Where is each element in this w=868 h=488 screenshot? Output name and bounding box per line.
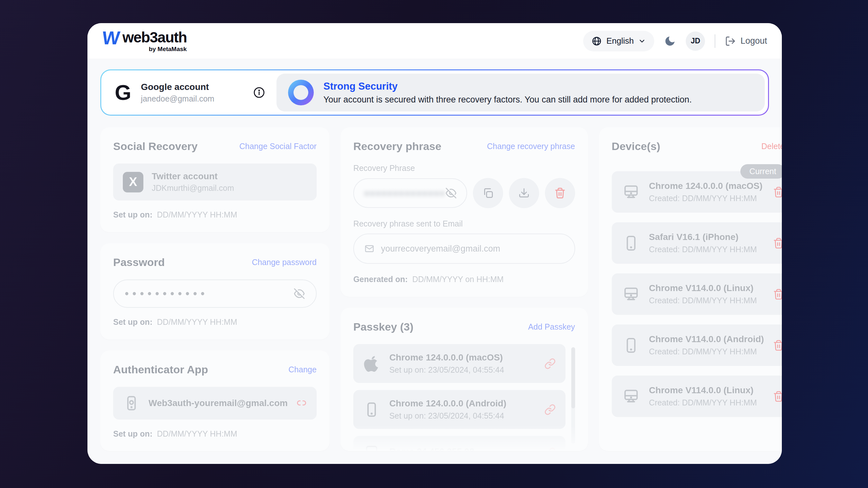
scrollbar-thumb[interactable]: [571, 347, 575, 408]
content-area: G Google account janedoe@gmail.com Stron…: [88, 59, 782, 464]
trash-icon[interactable]: [773, 289, 782, 300]
device-title: Chrome 124.0.0.0 (macOS): [649, 181, 763, 191]
security-ring-icon: [288, 80, 314, 105]
device-item: Chrome V114.0.0 (Linux) Created: DD/MM/Y…: [612, 273, 782, 315]
change-recovery-phrase-link[interactable]: Change recovery phrase: [487, 142, 575, 151]
recovery-phrase-field[interactable]: ●●●●●●●●●●●●●●: [353, 178, 467, 208]
device-item: Current Chrome 124.0.0.0 (macOS) Created…: [612, 171, 782, 213]
change-social-factor-link[interactable]: Change Social Factor: [239, 142, 316, 151]
phone-icon: [622, 336, 640, 354]
setup-value: DD/MM/YYYY HH:MM: [157, 317, 237, 327]
account-email: janedoe@gmail.com: [141, 94, 214, 103]
setup-label: Set up on:: [113, 317, 152, 327]
link-icon[interactable]: [544, 358, 556, 369]
download-phrase-button[interactable]: [509, 178, 539, 208]
delete-phrase-button[interactable]: [545, 178, 575, 208]
x-twitter-icon: X: [123, 172, 144, 192]
device-sub: Created: DD/MM/YYY HH:MM: [649, 398, 757, 408]
avatar[interactable]: JD: [686, 31, 705, 51]
info-icon[interactable]: [253, 86, 266, 99]
main-window: W web3auth by MetaMask English: [88, 23, 782, 464]
authenticator-email: Web3auth-youremail@gmal.com: [149, 398, 288, 408]
change-password-link[interactable]: Change password: [252, 258, 317, 267]
password-card: Password Change password •••••••••••: [100, 243, 330, 339]
recovery-phrase-label: Recovery Phrase: [353, 164, 575, 173]
logout-label: Logout: [740, 36, 767, 46]
eye-off-icon[interactable]: [445, 187, 457, 199]
passkey-item: Chrome 124.0.0.0 (macOS) Set up on: 23/0…: [353, 344, 565, 383]
device-sub: Created: DD/MM/YYY HH:MM: [649, 347, 764, 356]
phone-icon: [363, 401, 380, 418]
setup-label: Set up on:: [113, 210, 152, 220]
passkey-item-sub: Set up on: 23/05/2024, 04:55:44: [389, 365, 504, 375]
trash-icon[interactable]: [773, 391, 782, 402]
authenticator-card: Authenticator App Change Web3auth-yourem…: [100, 351, 330, 451]
logo-wordmark: web3auth: [123, 30, 187, 45]
recovery-phrase-card: Recovery phrase Change recovery phrase R…: [340, 127, 588, 297]
social-recovery-title: Social Recovery: [113, 140, 198, 153]
device-item: Safari V16.1 (iPhone) Created: DD/MM/YYY…: [612, 222, 782, 264]
dark-mode-toggle[interactable]: [664, 35, 676, 47]
devices-card: Device(s) Delete all Current: [599, 127, 782, 451]
logo-byline: by MetaMask: [149, 45, 187, 53]
moon-icon: [664, 35, 676, 47]
passkey-item-title: Chrome 124.0.0.0 (macOS): [389, 352, 504, 363]
authenticator-title: Authenticator App: [113, 363, 208, 376]
top-bar: W web3auth by MetaMask English: [88, 23, 782, 59]
password-title: Password: [113, 256, 165, 268]
eye-off-icon[interactable]: [293, 288, 305, 299]
unlink-icon[interactable]: [296, 398, 307, 409]
social-recovery-card: Social Recovery Change Social Factor X T…: [100, 127, 330, 232]
security-status-desc: Your account is secured with three recov…: [323, 95, 692, 105]
recovery-phrase-masked: ●●●●●●●●●●●●●●: [364, 188, 445, 199]
setup-value: DD/MM/YYYY HH:MM: [157, 429, 237, 438]
chevron-down-icon: [638, 37, 646, 45]
trash-icon[interactable]: [773, 237, 782, 249]
web3auth-logo: W web3auth by MetaMask: [102, 30, 187, 53]
passkey-card: Passkey (3) Add Passkey: [340, 308, 588, 451]
desktop-icon: [622, 387, 640, 405]
web3auth-logo-icon: W: [101, 30, 119, 46]
recovery-email-value: yourrecoveryemail@gmail.com: [381, 244, 500, 254]
factors-grid: Social Recovery Change Social Factor X T…: [100, 127, 769, 451]
passkey-item: Rome 24.456.355.98: [353, 436, 565, 451]
change-authenticator-link[interactable]: Change: [288, 365, 317, 374]
language-label: English: [606, 36, 633, 46]
security-banner: G Google account janedoe@gmail.com Stron…: [100, 69, 769, 116]
delete-all-link[interactable]: Delete all: [761, 142, 782, 151]
setup-value: DD/MM/YYYY HH:MM: [157, 210, 237, 220]
google-account-section: G Google account janedoe@gmail.com: [101, 70, 277, 115]
logout-button[interactable]: Logout: [725, 36, 767, 46]
twitter-account-row: X Twitter account JDKmurthi@gmail.com: [113, 164, 317, 200]
recovery-email-field[interactable]: yourrecoveryemail@gmail.com: [353, 233, 575, 264]
password-masked-value: •••••••••••: [125, 288, 208, 299]
device-sub: Created: DD/MM/YYY HH:MM: [649, 194, 763, 203]
google-icon: G: [115, 82, 131, 103]
passkey-item-sub: Set up on: 23/05/2024, 04:55:44: [389, 411, 506, 421]
security-status-panel: Strong Security Your account is secured …: [277, 73, 765, 111]
device-title: Safari V16.1 (iPhone): [649, 232, 757, 242]
twitter-account-email: JDKmurthi@gmail.com: [152, 184, 234, 193]
copy-phrase-button[interactable]: [473, 178, 503, 208]
device-title: Chrome V114.0.0 (Linux): [649, 385, 757, 395]
twitter-account-title: Twitter account: [152, 171, 234, 182]
devices-title: Device(s): [612, 140, 660, 153]
phone-icon: [622, 234, 640, 252]
link-icon[interactable]: [544, 404, 556, 415]
link-icon[interactable]: [544, 447, 556, 451]
authenticator-row: Web3auth-youremail@gmal.com: [113, 387, 317, 420]
generated-value: DD/MM/YYYY on HH:MM: [412, 275, 503, 284]
globe-icon: [591, 36, 602, 46]
passkey-title: Passkey (3): [353, 321, 413, 333]
device-title: Chrome V114.0.0 (Android): [649, 334, 764, 345]
passkey-item-title: Chrome 124.0.0.0 (Android): [389, 398, 506, 409]
add-passkey-link[interactable]: Add Passkey: [528, 322, 575, 331]
language-selector[interactable]: English: [583, 31, 654, 52]
trash-icon[interactable]: [773, 186, 782, 198]
device-sub: Created: DD/MM/YYY HH:MM: [649, 245, 757, 254]
recovery-phrase-title: Recovery phrase: [353, 140, 441, 153]
password-field[interactable]: •••••••••••: [113, 280, 317, 308]
trash-icon[interactable]: [773, 339, 782, 351]
desktop-icon: [622, 285, 640, 303]
account-title: Google account: [141, 82, 214, 92]
